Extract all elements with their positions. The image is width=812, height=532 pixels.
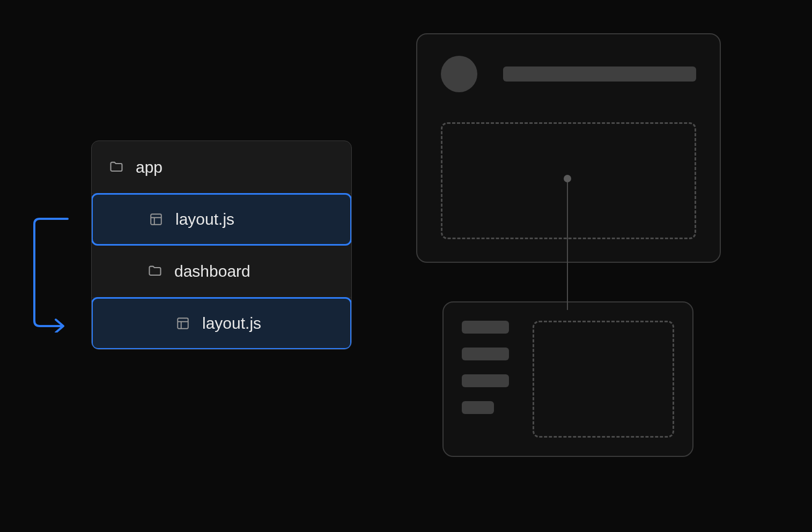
tree-row-layout-root[interactable]: layout.js — [91, 193, 352, 246]
tree-item-label: app — [136, 158, 163, 176]
title-bar-placeholder — [503, 66, 696, 82]
svg-rect-0 — [151, 214, 161, 225]
nested-layout-wireframe — [442, 301, 693, 457]
folder-icon — [109, 160, 124, 175]
nav-item-placeholder — [462, 374, 509, 387]
root-layout-wireframe — [416, 33, 721, 263]
tree-item-label: layout.js — [202, 314, 261, 332]
tree-item-label: dashboard — [174, 262, 250, 280]
nested-layout-arrow-icon — [30, 217, 89, 332]
layout-file-icon — [175, 316, 190, 331]
wireframe-header — [441, 56, 696, 92]
layout-file-icon — [149, 212, 164, 227]
children-slot-placeholder — [441, 122, 696, 239]
nav-item-placeholder — [462, 321, 509, 334]
nav-item-placeholder — [462, 348, 509, 360]
svg-rect-3 — [178, 318, 188, 329]
tree-item-label: layout.js — [175, 210, 234, 228]
tree-row-folder-dashboard[interactable]: dashboard — [92, 245, 351, 298]
avatar-placeholder-icon — [441, 56, 477, 92]
wireframe-sidebar — [462, 321, 509, 438]
tree-row-root-folder[interactable]: app — [92, 141, 351, 194]
tree-row-layout-nested[interactable]: layout.js — [91, 297, 352, 350]
nav-item-placeholder — [462, 401, 494, 414]
file-tree-panel: app layout.js dashboard — [91, 141, 352, 350]
folder-icon — [147, 264, 163, 279]
children-slot-placeholder — [533, 321, 674, 438]
